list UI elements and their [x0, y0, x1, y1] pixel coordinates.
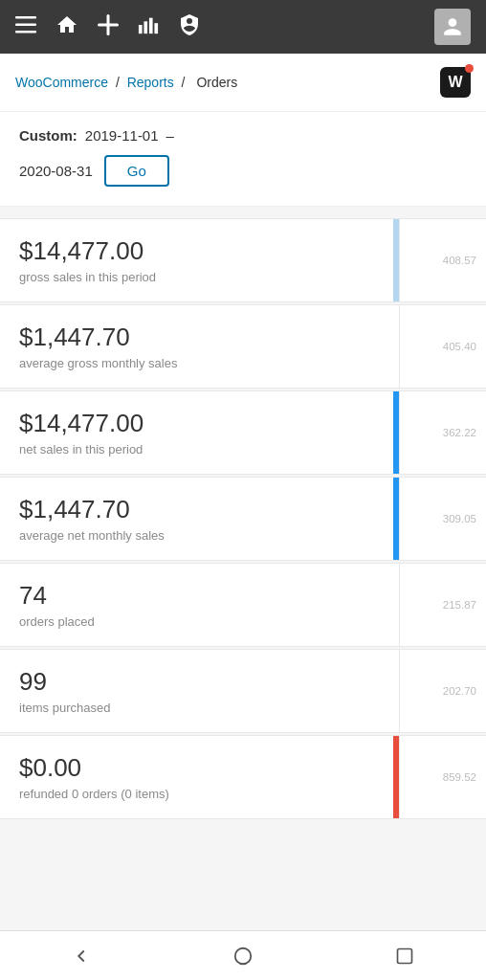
stat-label: gross sales in this period — [19, 270, 380, 284]
stats-row: 74orders placed215.87 — [0, 563, 486, 647]
menu-icon[interactable] — [15, 16, 36, 38]
breadcrumb-reports[interactable]: Reports — [127, 75, 174, 90]
stat-bar — [393, 478, 399, 560]
svg-rect-6 — [144, 21, 147, 33]
stat-bar — [393, 650, 399, 732]
custom-label: Custom: — [19, 127, 77, 144]
stat-value: $14,477.00 — [19, 236, 380, 266]
stat-side: 309.05 — [400, 478, 486, 560]
stat-main: $1,447.70average net monthly sales — [0, 478, 400, 560]
stat-side: 405.40 — [400, 305, 486, 388]
stat-label: items purchased — [19, 701, 380, 715]
stats-row: $14,477.00gross sales in this period408.… — [0, 218, 486, 302]
bottom-navigation — [0, 930, 486, 980]
stat-bar — [393, 305, 399, 388]
stat-label: average gross monthly sales — [19, 356, 380, 370]
stat-bar — [393, 564, 399, 646]
svg-rect-7 — [149, 17, 153, 33]
svg-rect-5 — [139, 25, 143, 33]
svg-rect-8 — [154, 23, 158, 33]
stat-side: 362.22 — [400, 391, 486, 474]
date-separator: – — [166, 127, 174, 144]
add-icon[interactable] — [98, 14, 119, 40]
end-date[interactable]: 2020-08-31 — [19, 163, 93, 179]
stats-row: 99items purchased202.70 — [0, 649, 486, 733]
stat-label: net sales in this period — [19, 442, 380, 457]
stat-value: $0.00 — [19, 753, 380, 783]
stat-main: $0.00refunded 0 orders (0 items) — [0, 736, 400, 818]
stat-label: refunded 0 orders (0 items) — [19, 787, 380, 801]
side-num: 215.87 — [443, 599, 476, 611]
stat-side: 408.57 — [400, 219, 486, 301]
start-date[interactable]: 2019-11-01 — [85, 127, 159, 144]
breadcrumb-current: Orders — [196, 75, 237, 90]
stats-row: $1,447.70average net monthly sales309.05 — [0, 477, 486, 561]
stat-side: 859.52 — [400, 736, 486, 818]
stat-main: 74orders placed — [0, 564, 400, 646]
stat-main: $14,477.00net sales in this period — [0, 391, 400, 474]
side-num: 408.57 — [443, 255, 476, 266]
breadcrumb-sep-2: / — [182, 75, 189, 90]
date-filter: Custom: 2019-11-01 – 2020-08-31 Go — [0, 112, 486, 207]
side-num: 362.22 — [443, 427, 476, 438]
stat-main: $1,447.70average gross monthly sales — [0, 305, 400, 388]
top-navigation — [0, 0, 486, 54]
stat-bar — [393, 391, 399, 474]
stat-bar — [393, 219, 399, 301]
main-content: $14,477.00gross sales in this period408.… — [0, 207, 486, 890]
stats-row: $14,477.00net sales in this period362.22 — [0, 390, 486, 475]
stat-value: 74 — [19, 581, 380, 611]
breadcrumb-sep-1: / — [116, 75, 120, 90]
side-num: 859.52 — [443, 771, 476, 783]
stats-row: $0.00refunded 0 orders (0 items)859.52 — [0, 735, 486, 819]
stat-value: $14,477.00 — [19, 409, 380, 438]
stat-label: orders placed — [19, 614, 380, 629]
stat-side: 202.70 — [400, 650, 486, 732]
svg-rect-0 — [15, 16, 36, 19]
shield-icon[interactable] — [178, 13, 201, 41]
stats-row: $1,447.70average gross monthly sales405.… — [0, 304, 486, 389]
stat-main: 99items purchased — [0, 650, 400, 732]
side-num: 405.40 — [443, 341, 476, 352]
home-button[interactable] — [162, 931, 323, 981]
stat-side: 215.87 — [400, 564, 486, 646]
stat-bar — [393, 736, 399, 818]
breadcrumb-bar: WooCommerce / Reports / Orders W — [0, 54, 486, 112]
stat-value: 99 — [19, 667, 380, 697]
square-button[interactable] — [324, 931, 486, 981]
side-num: 309.05 — [443, 513, 476, 524]
nav-left-icons — [15, 13, 201, 41]
breadcrumb-woocommerce[interactable]: WooCommerce — [15, 75, 108, 90]
side-num: 202.70 — [443, 685, 476, 697]
svg-rect-2 — [15, 31, 36, 33]
go-button[interactable]: Go — [104, 155, 169, 187]
stat-value: $1,447.70 — [19, 323, 380, 352]
back-button[interactable] — [0, 931, 162, 981]
user-avatar[interactable] — [434, 9, 471, 45]
svg-rect-4 — [98, 23, 119, 26]
svg-rect-1 — [15, 23, 36, 26]
svg-rect-10 — [398, 948, 412, 963]
w-label: W — [448, 74, 462, 91]
date-row-start: Custom: 2019-11-01 – — [19, 127, 467, 144]
date-row-end: 2020-08-31 Go — [19, 155, 467, 187]
chart-icon[interactable] — [138, 14, 159, 40]
stat-value: $1,447.70 — [19, 495, 380, 524]
svg-point-9 — [235, 947, 252, 964]
stat-label: average net monthly sales — [19, 528, 380, 543]
notification-dot — [465, 64, 474, 73]
home-icon[interactable] — [55, 13, 78, 41]
stat-main: $14,477.00gross sales in this period — [0, 219, 400, 301]
w-badge[interactable]: W — [440, 67, 471, 98]
breadcrumb: WooCommerce / Reports / Orders — [15, 75, 241, 90]
stats-container: $14,477.00gross sales in this period408.… — [0, 207, 486, 833]
